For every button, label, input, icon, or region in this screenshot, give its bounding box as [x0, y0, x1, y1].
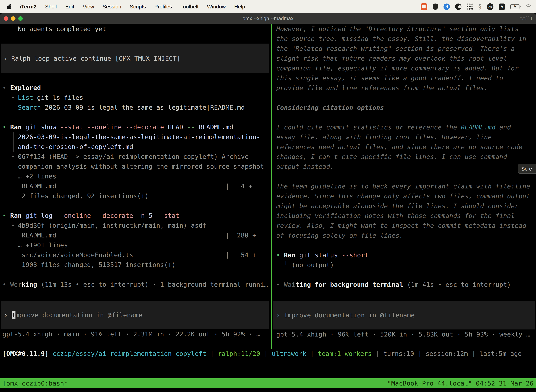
terminal-line: provide file and line references from th…	[276, 83, 536, 93]
terminal-line: └ No agents completed yet	[2, 24, 271, 34]
menu-item-session[interactable]: Session	[103, 4, 121, 10]
terminal-line: › Improve documentation in @filename	[4, 310, 269, 320]
wifi-icon[interactable]	[525, 4, 532, 9]
window-title-bar[interactable]: omx --xhigh --madmax ⌥⌘1	[0, 13, 536, 24]
tree-guide-line	[13, 132, 14, 152]
terminal-line: README.md| 280 +	[2, 230, 271, 240]
working-status-line: • Working (11m 13s • esc to interrupt) ·…	[2, 280, 271, 289]
omx-status-line: [OMX#0.11.9] cczip/essay/ai-reimplementa…	[0, 349, 536, 359]
terminal-line: README.md| 4 +	[2, 181, 271, 191]
battery-icon[interactable]: ϟ	[510, 4, 519, 9]
git-log-section: • Ran git log --oneline --decorate -n 5 …	[2, 211, 271, 270]
menu-item-iterm2[interactable]: iTerm2	[20, 4, 37, 10]
tmux-status-bar: [omx-cczip0:bash* "MacBook-Pro-44.local"…	[0, 378, 536, 388]
session-status-line: gpt-5.4 xhigh · 96% left · 520K in · 5.8…	[276, 330, 536, 339]
terminal-line: [OMX#0.11.9] cczip/essay/ai-reimplementa…	[2, 349, 536, 359]
tmux-panes: └ No agents completed yet › Ralph loop a…	[0, 24, 536, 349]
menu-item-edit[interactable]: Edit	[65, 4, 74, 10]
badge-61-icon[interactable]: ..61	[487, 3, 493, 10]
thinking-paragraph-2: I could cite commit statistics or refere…	[276, 122, 536, 172]
terminal-line: • Ran git log --oneline --decorate -n 5 …	[2, 211, 271, 221]
git-show-section: • Ran git show --stat --oneline --decora…	[2, 122, 271, 201]
terminal-line: • Explored	[2, 83, 271, 93]
terminal-line: the "Related research writing" section i…	[276, 44, 536, 54]
terminal-line: this single essay, it seems like a good …	[276, 73, 536, 83]
menu-items: iTerm2ShellEditViewSessionScriptsProfile…	[20, 4, 245, 10]
terminal-line: … +2 lines	[2, 171, 271, 181]
tmux-session-label[interactable]: [omx-cczip0:bash*	[2, 380, 68, 387]
terminal-line: └ List git ls-files	[2, 93, 271, 103]
thinking-paragraph-3: The team guideline is to back every impo…	[276, 182, 536, 240]
screen-share-icon[interactable]	[421, 3, 427, 10]
menu-item-view[interactable]: View	[83, 4, 94, 10]
menu-item-profiles[interactable]: Profiles	[154, 4, 172, 10]
screenshot-tooltip-label: Scre	[521, 166, 532, 172]
terminal-line: 1903 files changed, 513517 insertions(+)	[2, 260, 271, 270]
terminal-line: Search 2026-03-09-is-legal-the-same-as-l…	[2, 103, 271, 112]
terminal-line: src/voice/voiceModeEnabled.ts| 54 +	[2, 250, 271, 260]
terminal-line: gpt-5.4 xhigh · main · 91% left · 2.31M …	[2, 329, 271, 339]
thinking-heading: Considering citation options	[276, 103, 536, 112]
terminal-line: 2 files changed, 92 insertions(+)	[2, 191, 271, 201]
terminal-line: └ 067f154 (HEAD -> essay/ai-reimplementa…	[2, 152, 271, 162]
terminal-line: including verification notes with those …	[276, 211, 536, 221]
window-bottom-edge	[0, 388, 536, 392]
terminal-line: • Working (11m 13s • esc to interrupt) ·…	[2, 280, 271, 289]
terminal-line: companion analysis without altering the …	[2, 162, 271, 171]
terminal-line: changes, I can't cite specific file line…	[276, 152, 536, 162]
injected-prompt-box: › Ralph loop active continue [OMX_TMUX_I…	[1, 44, 269, 73]
right-terminal-pane[interactable]: However, I noticed the "Directory Struct…	[272, 24, 536, 349]
terminal-line: might be acceptable alongside the file l…	[276, 201, 536, 211]
window-shortcut-hint: ⌥⌘1	[520, 16, 533, 21]
terminal-line: • Ran git show --stat --oneline --decora…	[2, 122, 271, 132]
contrast-icon[interactable]	[455, 4, 461, 10]
screenshot-tooltip[interactable]: Scre	[518, 164, 536, 174]
macos-menu-bar: iTerm2ShellEditViewSessionScriptsProfile…	[0, 0, 536, 13]
terminal-line: essay file, along with finding root file…	[276, 132, 536, 142]
git-status-section: • Ran git status --short └ (no output)	[276, 250, 536, 270]
terminal-line: companion file, especially if more comme…	[276, 63, 536, 73]
terminal-line: › Improve documentation in @filename	[276, 310, 535, 320]
menu-item-shell[interactable]: Shell	[45, 4, 57, 10]
nav-badge-icon[interactable]: N	[444, 4, 450, 10]
terminal-line: The team guideline is to back every impo…	[276, 182, 536, 191]
terminal-line: • Ran git status --short	[276, 250, 536, 260]
terminal-line: of focusing solely on file lines.	[276, 231, 536, 240]
explored-section: • Explored └ List git ls-files Search 20…	[2, 83, 271, 112]
prompt-input-box[interactable]: › Improve documentation in @filename	[273, 301, 535, 330]
terminal-line: └ 4b9d30f (origin/main, instructkr/main,…	[2, 221, 271, 230]
menu-status-icons: N § ..61 A ϟ	[421, 3, 532, 10]
terminal-line: … +1901 lines	[2, 240, 271, 250]
thinking-paragraph-1: However, I noticed the "Directory Struct…	[276, 24, 536, 93]
dots-grid-icon[interactable]	[467, 4, 473, 10]
terminal-line: references need actual files, and since …	[276, 142, 536, 152]
apple-menu-icon[interactable]	[7, 5, 12, 9]
shield-icon[interactable]	[433, 4, 438, 10]
terminal-line: However, I noticed the "Directory Struct…	[276, 24, 536, 34]
iterm-window: omx --xhigh --madmax ⌥⌘1 └ No agents com…	[0, 13, 536, 392]
window-title: omx --xhigh --madmax	[0, 16, 536, 21]
keyboard-layout-icon[interactable]: A	[499, 4, 505, 10]
terminal-line: └ (no output)	[276, 260, 536, 270]
left-terminal-pane[interactable]: └ No agents completed yet › Ralph loop a…	[0, 24, 271, 349]
terminal-line: output instead.	[276, 162, 536, 172]
terminal-line: Considering citation options	[276, 103, 536, 112]
terminal-line: › Ralph loop active continue [OMX_TMUX_I…	[4, 54, 269, 63]
session-status-line: gpt-5.4 xhigh · main · 91% left · 2.31M …	[2, 329, 271, 339]
terminal-line: I could cite commit statistics or refere…	[276, 122, 536, 132]
no-agents-line: └ No agents completed yet	[2, 24, 271, 34]
menu-item-toolbelt[interactable]: Toolbelt	[180, 4, 199, 10]
terminal-line: slight risk that future readers may over…	[276, 54, 536, 63]
tmux-host-clock: "MacBook-Pro-44.local" 04:52 31-Mar-26	[388, 380, 534, 387]
terminal-line: evidence. Since this change only affects…	[276, 191, 536, 201]
menu-item-help[interactable]: Help	[234, 4, 245, 10]
spacer	[0, 359, 536, 378]
waiting-status-line: • Waiting for background terminal (1m 41…	[276, 280, 536, 289]
prompt-input-box[interactable]: › Improve documentation in @filename	[1, 301, 269, 329]
menu-item-scripts[interactable]: Scripts	[130, 4, 146, 10]
terminal-line: the source tree, missing the essay. Stil…	[276, 34, 536, 44]
terminal-line: • Waiting for background terminal (1m 41…	[276, 280, 536, 289]
terminal-line: and-the-erosion-of-copyleft.md	[2, 142, 271, 152]
menu-item-window[interactable]: Window	[207, 4, 226, 10]
section-icon[interactable]: §	[478, 3, 482, 10]
